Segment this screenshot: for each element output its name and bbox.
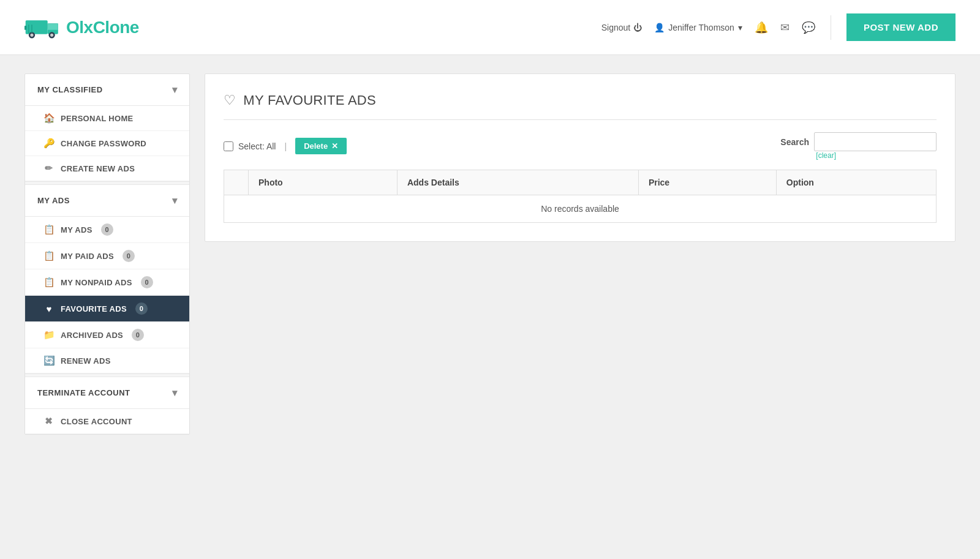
search-group: Search [clear] (780, 132, 937, 160)
ads-table: Photo Adds Details Price Option No recor… (224, 170, 937, 223)
search-label: Search (780, 137, 809, 147)
table-head: Photo Adds Details Price Option (224, 170, 937, 195)
pipe-separator: | (284, 141, 287, 151)
sidebar-item-my-paid-ads[interactable]: 📋 MY PAID ADS 0 (25, 243, 189, 269)
sidebar-item-label: ARCHIVED ADS (61, 331, 123, 340)
sidebar-item-create-new-ads[interactable]: ✏ CREATE NEW ADS (25, 156, 189, 181)
list-icon: 📋 (43, 224, 55, 235)
content-area: ♡ MY FAVOURITE ADS Select: All | Delete … (205, 73, 956, 242)
table-header-adds-details: Adds Details (397, 170, 638, 195)
chevron-icon: ▾ (172, 387, 178, 399)
list-icon: 📋 (43, 250, 55, 261)
sidebar-item-archived-ads[interactable]: 📁 ARCHIVED ADS 0 (25, 322, 189, 348)
user-icon: 👤 (654, 23, 665, 32)
chevron-icon: ▾ (172, 195, 178, 206)
sidebar-item-label: MY PAID ADS (61, 252, 114, 261)
sidebar-item-label: CLOSE ACCOUNT (61, 417, 132, 426)
badge-favourite-ads: 0 (135, 302, 148, 315)
badge-my-nonpaid-ads: 0 (141, 276, 153, 288)
sidebar-item-label: FAVOURITE ADS (61, 304, 127, 313)
table-header-row: Photo Adds Details Price Option (224, 170, 937, 195)
archive-icon: 📁 (43, 329, 55, 340)
sidebar-section-terminate-label: TERMINATE ACCOUNT (37, 388, 130, 397)
sidebar-item-favourite-ads[interactable]: ♥ FAVOURITE ADS 0 (25, 296, 189, 322)
sidebar-item-label: MY ADS (61, 225, 92, 234)
list-icon: 📋 (43, 277, 55, 288)
refresh-icon: 🔄 (43, 355, 55, 366)
user-name: Jeniffer Thomson (668, 23, 734, 32)
select-all-checkbox[interactable] (224, 141, 233, 151)
table-header-option: Option (776, 170, 936, 195)
badge-my-paid-ads: 0 (123, 250, 135, 262)
signout-button[interactable]: Signout ⏻ (601, 23, 642, 32)
table-body: No records available (224, 195, 937, 223)
toolbar-right: Search [clear] (780, 132, 937, 160)
sidebar-item-my-ads[interactable]: 📋 MY ADS 0 (25, 217, 189, 243)
delete-label: Delete (304, 141, 328, 151)
sidebar-item-my-nonpaid-ads[interactable]: 📋 MY NONPAID ADS 0 (25, 269, 189, 296)
badge-my-ads: 0 (101, 223, 113, 236)
page-title: MY FAVOURITE ADS (243, 92, 376, 108)
sidebar-item-personal-home[interactable]: 🏠 PERSONAL HOME (25, 106, 189, 131)
svg-point-5 (30, 34, 33, 37)
sidebar-item-label: CHANGE PASSWORD (61, 139, 146, 148)
sidebar-section-terminate[interactable]: TERMINATE ACCOUNT ▾ (25, 377, 189, 409)
empty-message: No records available (224, 195, 937, 223)
delete-button[interactable]: Delete ✕ (295, 138, 347, 154)
main-layout: MY CLASSIFIED ▾ 🏠 PERSONAL HOME 🔑 CHANGE… (0, 55, 980, 559)
toolbar-left: Select: All | Delete ✕ (224, 138, 347, 154)
select-all-label[interactable]: Select: All (224, 141, 276, 151)
table-row-empty: No records available (224, 195, 937, 223)
table-header-price: Price (638, 170, 776, 195)
post-new-button[interactable]: POST NEW ADD (846, 13, 956, 41)
key-icon: 🔑 (43, 138, 55, 149)
sidebar-item-label: MY NONPAID ADS (61, 278, 132, 287)
signout-label: Signout (601, 23, 630, 32)
sidebar-item-close-account[interactable]: ✖ CLOSE ACCOUNT (25, 409, 189, 434)
sidebar-section-ads-label: MY ADS (37, 196, 70, 205)
sidebar-item-label: PERSONAL HOME (61, 114, 134, 123)
sidebar-section-classified-label: MY CLASSIFIED (37, 85, 103, 94)
clear-link[interactable]: [clear] (816, 151, 836, 160)
table-header-photo: Photo (249, 170, 398, 195)
home-icon: 🏠 (43, 113, 55, 124)
table-header-checkbox (224, 170, 249, 195)
close-circle-icon: ✖ (43, 416, 55, 427)
heart-icon: ♥ (43, 304, 55, 314)
content-title: ♡ MY FAVOURITE ADS (224, 92, 937, 120)
title-heart-icon: ♡ (224, 92, 236, 108)
sidebar-item-change-password[interactable]: 🔑 CHANGE PASSWORD (25, 131, 189, 156)
chevron-down-icon: ▾ (738, 23, 742, 32)
chat-icon[interactable]: 💬 (802, 21, 815, 34)
logo-text: OlxClone (66, 18, 139, 37)
sidebar-item-label: CREATE NEW ADS (61, 164, 135, 173)
user-dropdown[interactable]: 👤 Jeniffer Thomson ▾ (654, 23, 742, 32)
edit-icon: ✏ (43, 163, 55, 174)
bell-icon[interactable]: 🔔 (755, 21, 768, 34)
sidebar-section-my-classified[interactable]: MY CLASSIFIED ▾ (25, 74, 189, 106)
header-divider (831, 15, 831, 40)
search-input[interactable] (814, 132, 937, 151)
select-all-text: Select: All (238, 141, 276, 151)
chevron-icon: ▾ (172, 84, 178, 96)
badge-archived-ads: 0 (132, 329, 144, 341)
table-toolbar: Select: All | Delete ✕ Search [clear] (224, 132, 937, 160)
svg-rect-8 (24, 26, 26, 30)
logo[interactable]: OlxClone (24, 13, 139, 41)
sidebar-item-label: RENEW ADS (61, 356, 111, 366)
envelope-icon[interactable]: ✉ (780, 21, 790, 34)
delete-icon: ✕ (331, 141, 338, 151)
sidebar-item-renew-ads[interactable]: 🔄 RENEW ADS (25, 348, 189, 373)
header-right: Signout ⏻ 👤 Jeniffer Thomson ▾ 🔔 ✉ 💬 POS… (601, 13, 956, 41)
logo-truck-icon (24, 13, 61, 41)
sidebar-section-my-ads[interactable]: MY ADS ▾ (25, 185, 189, 217)
search-row: Search (780, 132, 937, 151)
sidebar: MY CLASSIFIED ▾ 🏠 PERSONAL HOME 🔑 CHANGE… (24, 73, 190, 435)
header: OlxClone Signout ⏻ 👤 Jeniffer Thomson ▾ … (0, 0, 980, 55)
svg-point-7 (50, 34, 53, 37)
signout-icon: ⏻ (633, 23, 642, 32)
svg-rect-3 (48, 24, 58, 30)
